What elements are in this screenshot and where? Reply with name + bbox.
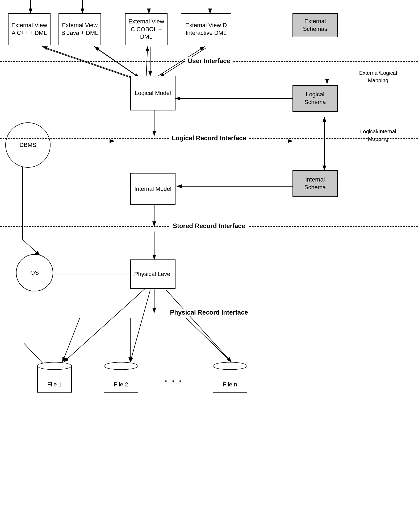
diagram-container: External View A C++ + DML External View … — [0, 0, 418, 532]
stored-record-label: Stored Record Interface — [170, 222, 248, 230]
external-view-a-label: External View A C++ + DML — [11, 22, 48, 37]
filen-cylinder: File n — [213, 362, 247, 393]
filen-label: File n — [213, 381, 247, 388]
file1-cylinder-body: File 1 — [37, 366, 72, 393]
internal-model-box: Internal Model — [130, 173, 175, 205]
logical-internal-label: Logical/InternalMapping — [354, 128, 402, 143]
filen-cylinder-top — [213, 362, 247, 370]
svg-line-9 — [44, 48, 137, 80]
file1-label: File 1 — [38, 381, 71, 388]
svg-line-31 — [64, 289, 145, 362]
dbms-circle: DBMS — [5, 122, 51, 168]
svg-line-32 — [130, 290, 150, 362]
svg-line-11 — [96, 48, 139, 78]
external-logical-label: External/LogicalMapping — [354, 69, 402, 84]
file1-cylinder: File 1 — [37, 362, 72, 393]
file2-cylinder-top — [104, 362, 138, 370]
external-view-d-box: External View D Interactive DML — [181, 13, 231, 45]
dots-label: · · · — [165, 377, 183, 386]
logical-model-box: Logical Model — [130, 76, 175, 110]
internal-schema-box: Internal Schema — [292, 170, 338, 197]
external-view-b-label: External View B Java + DML — [61, 22, 98, 37]
internal-schema-label: Internal Schema — [295, 176, 335, 191]
file1-cylinder-top — [37, 362, 72, 370]
external-schemas-label: External Schemas — [295, 18, 335, 33]
filen-cylinder-body: File n — [213, 366, 247, 393]
os-circle: OS — [16, 254, 53, 291]
svg-line-24 — [23, 240, 40, 255]
logical-schema-label: Logical Schema — [295, 91, 335, 106]
physical-record-label: Physical Record Interface — [167, 309, 250, 316]
svg-line-8 — [43, 47, 136, 79]
external-view-c-box: External View C COBOL + DML — [125, 13, 168, 45]
external-view-d-label: External View D Interactive DML — [183, 22, 229, 37]
external-schemas-box: External Schemas — [292, 13, 338, 37]
user-interface-label: User Interface — [185, 57, 233, 65]
svg-line-33 — [166, 290, 231, 362]
dbms-label: DBMS — [19, 142, 36, 149]
external-view-b-box: External View B Java + DML — [58, 13, 101, 45]
logical-schema-box: Logical Schema — [292, 85, 338, 112]
logical-record-label: Logical Record Interface — [169, 134, 249, 142]
svg-line-34 — [62, 318, 80, 362]
external-view-a-box: External View A C++ + DML — [8, 13, 51, 45]
file2-cylinder: File 2 — [104, 362, 138, 393]
physical-level-box: Physical Level — [130, 259, 175, 289]
logical-model-label: Logical Model — [135, 89, 171, 97]
physical-level-label: Physical Level — [134, 270, 172, 278]
os-label: OS — [30, 269, 39, 276]
svg-line-36 — [186, 318, 231, 362]
internal-model-label: Internal Model — [134, 185, 171, 193]
external-view-c-label: External View C COBOL + DML — [128, 18, 165, 41]
file2-cylinder-body: File 2 — [104, 366, 138, 393]
file2-label: File 2 — [104, 381, 138, 388]
